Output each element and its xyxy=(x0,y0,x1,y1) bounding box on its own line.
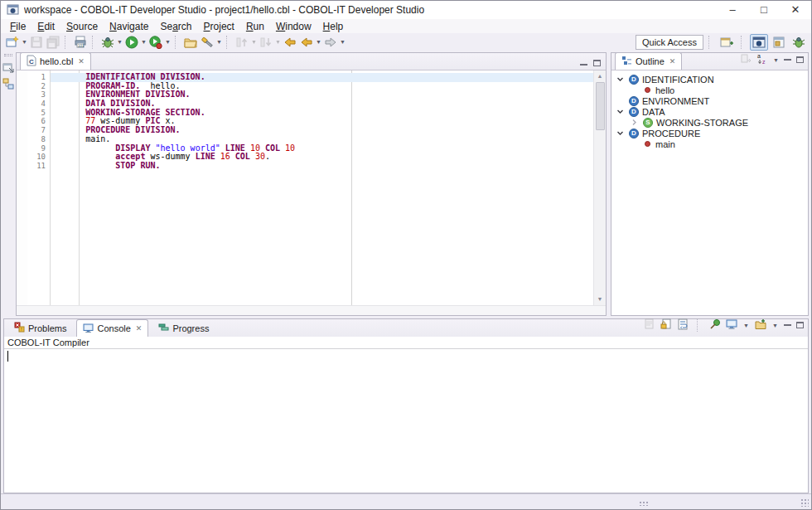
save-all-button[interactable] xyxy=(45,34,61,51)
save-button[interactable] xyxy=(28,34,45,51)
outline-tab-close-icon[interactable]: ✕ xyxy=(669,57,676,66)
scroll-lock-icon[interactable] xyxy=(660,318,672,332)
fast-view-grip[interactable] xyxy=(4,54,12,56)
tab-console[interactable]: Console✕ xyxy=(76,319,148,337)
outline-node-identification[interactable]: DIDENTIFICATION xyxy=(611,74,808,85)
resize-grip[interactable] xyxy=(800,498,809,507)
outline-tab-label: Outline xyxy=(636,56,665,66)
display-console-dropdown-icon[interactable]: ▼ xyxy=(742,317,750,333)
collapse-icon[interactable] xyxy=(615,129,626,138)
open-resource-button[interactable] xyxy=(182,34,199,51)
editor-tab-close-icon[interactable]: ✕ xyxy=(78,57,85,66)
previous-annotation-button[interactable] xyxy=(234,34,250,51)
menu-item-run[interactable]: Run xyxy=(240,20,270,33)
minimize-button[interactable]: – xyxy=(717,1,748,19)
editor-vertical-scrollbar[interactable]: ▲ ▼ xyxy=(593,70,606,305)
menu-item-navigate[interactable]: Navigate xyxy=(104,20,154,33)
tab-outline[interactable]: Outline ✕ xyxy=(615,52,682,70)
menu-item-window[interactable]: Window xyxy=(270,20,317,33)
scroll-up-icon[interactable]: ▲ xyxy=(597,70,603,82)
forward-button[interactable] xyxy=(322,34,339,51)
open-perspective-button[interactable] xyxy=(718,34,736,51)
outline-node-data[interactable]: DDATA xyxy=(611,106,808,117)
expand-icon[interactable] xyxy=(629,118,640,128)
restore-view-icon[interactable] xyxy=(2,61,14,75)
resource-perspective-button[interactable] xyxy=(770,34,788,51)
outline-node-label: hello xyxy=(655,85,674,95)
clear-console-icon[interactable] xyxy=(644,318,655,332)
menu-item-help[interactable]: Help xyxy=(317,20,350,33)
line-number: 1 xyxy=(27,73,50,82)
last-edit-location-button[interactable] xyxy=(282,34,298,51)
line-number: 11 xyxy=(27,162,50,171)
console-output[interactable] xyxy=(4,349,808,493)
editor-horizontal-scrollbar[interactable] xyxy=(17,305,606,315)
run-attach-button[interactable] xyxy=(147,34,164,51)
menu-item-project[interactable]: Project xyxy=(198,20,240,33)
display-console-icon[interactable] xyxy=(726,318,737,332)
open-console-dropdown-icon[interactable]: ▼ xyxy=(771,317,779,333)
scrollbar-thumb[interactable] xyxy=(596,82,605,130)
collapse-icon[interactable] xyxy=(615,75,626,85)
previous-annotation-dropdown-icon[interactable]: ▼ xyxy=(250,34,258,51)
cobol-explorer-icon[interactable] xyxy=(2,78,14,91)
menu-item-edit[interactable]: Edit xyxy=(31,20,60,33)
division-icon: D xyxy=(629,107,639,117)
tab-problems[interactable]: !Problems xyxy=(7,319,73,337)
link-with-editor-icon[interactable] xyxy=(740,53,752,66)
view-menu-icon[interactable]: ▼ xyxy=(773,57,779,63)
sort-icon[interactable]: az xyxy=(756,53,768,66)
tab-progress[interactable]: Progress xyxy=(152,319,215,337)
outline-node-procedure[interactable]: DPROCEDURE xyxy=(611,128,808,138)
bottom-tab-bar: !ProblemsConsole✕Progress ▼ xyxy=(4,319,808,337)
debug-button[interactable] xyxy=(99,34,116,51)
open-console-icon[interactable] xyxy=(755,318,766,332)
pin-console-icon[interactable] xyxy=(709,318,721,332)
run-button[interactable] xyxy=(123,34,140,51)
cobol-perspective-button[interactable] xyxy=(750,34,768,51)
compile-button[interactable]: 101 xyxy=(72,34,89,51)
maximize-outline-button[interactable] xyxy=(796,56,804,63)
new-wizard-dropdown-icon[interactable]: ▼ xyxy=(21,34,28,51)
outline-node-main[interactable]: main xyxy=(611,138,808,149)
editor-area: C hello.cbl ✕ 1234567891011 IDENTIFICATI… xyxy=(16,52,607,316)
minimize-outline-button[interactable] xyxy=(784,59,791,61)
back-button[interactable] xyxy=(298,34,315,51)
code-editor[interactable]: 1234567891011 IDENTIFICATION DIVISION. P… xyxy=(17,70,606,305)
forward-dropdown-icon[interactable]: ▼ xyxy=(339,34,346,51)
line-number: 5 xyxy=(27,109,50,118)
minimize-bottom-button[interactable] xyxy=(784,324,791,327)
scroll-down-icon[interactable]: ▼ xyxy=(597,294,603,305)
outline-node-hello[interactable]: hello xyxy=(611,85,808,95)
search-button[interactable] xyxy=(199,34,215,51)
tab-hello-cbl[interactable]: C hello.cbl ✕ xyxy=(20,52,91,70)
quick-access-box[interactable]: Quick Access xyxy=(636,35,703,50)
status-bar xyxy=(1,493,811,509)
new-wizard-button[interactable] xyxy=(4,34,21,51)
collapse-icon[interactable] xyxy=(615,107,626,117)
menu-item-search[interactable]: Search xyxy=(154,20,197,33)
next-annotation-dropdown-icon[interactable]: ▼ xyxy=(274,34,282,51)
debug-perspective-button[interactable] xyxy=(790,34,808,51)
run-dropdown-icon[interactable]: ▼ xyxy=(140,34,147,51)
minimize-editor-button[interactable] xyxy=(580,64,587,66)
code-line[interactable]: STOP RUN. xyxy=(51,162,593,171)
menu-item-source[interactable]: Source xyxy=(60,20,104,33)
outline-node-environment[interactable]: DENVIRONMENT xyxy=(611,95,808,106)
search-dropdown-icon[interactable]: ▼ xyxy=(215,34,223,51)
console-tab-close-icon[interactable]: ✕ xyxy=(136,324,143,333)
menu-item-file[interactable]: File xyxy=(4,20,31,33)
maximize-bottom-button[interactable] xyxy=(796,322,804,328)
next-annotation-button[interactable] xyxy=(258,34,274,51)
run-attach-dropdown-icon[interactable]: ▼ xyxy=(164,34,172,51)
maximize-button[interactable]: □ xyxy=(748,1,780,19)
code-text-area[interactable]: IDENTIFICATION DIVISION. PROGRAM-ID. hel… xyxy=(51,70,593,305)
back-dropdown-icon[interactable]: ▼ xyxy=(315,34,322,51)
code-line[interactable]: PROCEDURE DIVISION. xyxy=(51,126,593,135)
outline-node-working-storage[interactable]: SWORKING-STORAGE xyxy=(611,117,808,128)
status-grip[interactable] xyxy=(639,501,649,506)
debug-dropdown-icon[interactable]: ▼ xyxy=(116,34,123,51)
word-wrap-icon[interactable] xyxy=(677,318,689,332)
close-button[interactable]: ✕ xyxy=(780,1,811,19)
maximize-editor-button[interactable] xyxy=(593,60,601,66)
